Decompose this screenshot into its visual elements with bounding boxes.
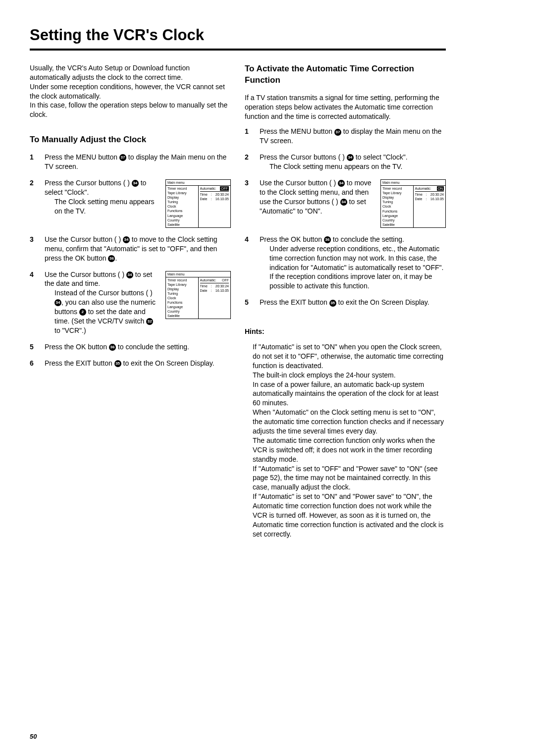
ref-34-icon: 34 (132, 180, 139, 187)
ref-34-icon: 34 (338, 180, 345, 187)
ref-34-icon: 34 (347, 154, 354, 161)
right-column: To Activate the Automatic Time Correctio… (245, 63, 446, 539)
page-title: Setting the VCR's Clock (30, 25, 446, 46)
ref-35-icon: 35 (329, 300, 336, 307)
hints-block: If "Automatic" is set to "ON" when you o… (253, 342, 446, 539)
steps-manual: Press the MENU button 37 to display the … (30, 153, 231, 368)
intro-auto: If a TV station transmits a signal for t… (245, 93, 446, 121)
ref-36-icon: 36 (108, 255, 115, 262)
ref-37-icon: 37 (119, 154, 126, 161)
intro-para: Usually, the VCR's Auto Setup or Downloa… (30, 63, 231, 119)
steps-auto: Press the MENU button 37 to display the … (245, 127, 446, 307)
heading-manual: To Manually Adjust the Clock (30, 134, 231, 146)
osd-clock-on: Main menu Timer recordTape LibraryDispla… (380, 179, 446, 228)
ref-36-icon: 36 (324, 236, 331, 243)
ref-36-icon: 36 (109, 344, 116, 351)
ref-32-icon: 32 (146, 318, 153, 325)
ref-2-icon: 2 (79, 309, 86, 316)
ref-37-icon: 37 (334, 129, 341, 136)
title-rule (30, 49, 446, 51)
heading-auto: To Activate the Automatic Time Correctio… (245, 63, 446, 86)
osd-clock-off-2: Main menu Timer recordTape LibraryDispla… (165, 271, 231, 320)
ref-34-icon: 34 (123, 236, 130, 243)
ref-34-icon: 34 (54, 299, 61, 306)
ref-34-icon: 34 (126, 271, 133, 278)
left-column: Usually, the VCR's Auto Setup or Downloa… (30, 63, 231, 539)
osd-clock-off-1: Main menu Timer recordTape LibraryDispla… (165, 179, 231, 228)
ref-35-icon: 35 (114, 360, 121, 367)
hints-title: Hints: (245, 327, 446, 336)
ref-34-icon: 34 (340, 199, 347, 206)
